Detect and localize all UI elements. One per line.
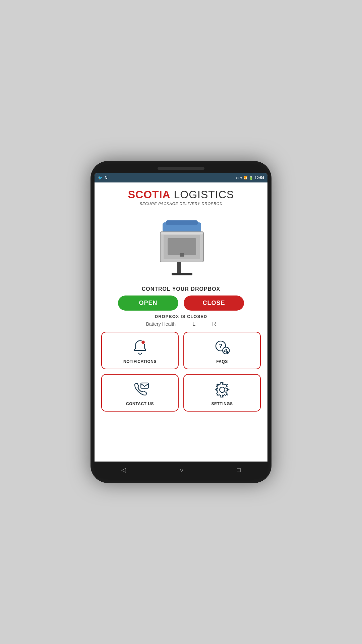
notifications-label: NOTIFICATIONS (123, 359, 157, 364)
brand-title: SCOTIA LOGISTICS (128, 189, 234, 201)
home-button[interactable]: ○ (173, 464, 190, 476)
recents-button[interactable]: □ (230, 464, 247, 476)
status-bar-left: 🐦 N (98, 175, 108, 180)
svg-point-14 (223, 350, 225, 352)
settings-card[interactable]: SETTINGS (183, 374, 261, 412)
faqs-card[interactable]: ? FAQS (183, 332, 261, 369)
bottom-nav: ◁ ○ □ (95, 462, 267, 478)
phone-device: 🐦 N ⊖ ▾ 📶 🔋 12:54 SCOTIA LOGISTICS SECUR… (90, 161, 272, 483)
left-battery-label: L (192, 321, 195, 327)
contact-label: CONTACT US (126, 401, 154, 406)
dropbox-status: DROPBOX IS CLOSED (155, 314, 207, 319)
dropbox-illustration (147, 213, 215, 280)
status-bar: 🐦 N ⊖ ▾ 📶 🔋 12:54 (95, 173, 267, 182)
do-not-disturb-icon: ⊖ (236, 176, 239, 180)
wifi-icon: ▾ (240, 176, 242, 180)
brand-title-red: SCOTIA (128, 189, 171, 201)
control-heading: CONTROL YOUR DROPBOX (142, 286, 221, 292)
brand-header: SCOTIA LOGISTICS SECURE PACKAGE DELIVERY… (128, 189, 234, 206)
faqs-label: FAQS (216, 359, 228, 364)
bell-icon (131, 338, 149, 357)
settings-label: SETTINGS (211, 401, 233, 406)
status-bar-right: ⊖ ▾ 📶 🔋 12:54 (236, 176, 264, 180)
open-button[interactable]: OPEN (118, 296, 178, 311)
n-icon: N (105, 175, 108, 180)
svg-text:?: ? (219, 343, 222, 350)
brand-subtitle: SECURE PACKAGE DELIVERY DROPBOX (128, 202, 234, 206)
menu-grid: NOTIFICATIONS ? FAQS (101, 332, 261, 412)
product-image (144, 210, 218, 283)
control-buttons: OPEN CLOSE (101, 296, 261, 311)
svg-rect-5 (168, 238, 196, 255)
signal-icon: 📶 (244, 176, 247, 179)
phone-notch (158, 167, 204, 170)
right-battery-label: R (212, 321, 216, 327)
twitter-icon: 🐦 (98, 176, 103, 180)
svg-rect-8 (172, 273, 192, 275)
battery-health-label: Battery Health (146, 321, 176, 327)
battery-row: Battery Health L R (146, 321, 216, 327)
gear-icon (213, 381, 231, 399)
brand-title-black: LOGISTICS (171, 189, 234, 201)
svg-rect-6 (180, 253, 184, 257)
question-icon: ? (213, 338, 231, 357)
svg-point-15 (225, 349, 227, 351)
back-button[interactable]: ◁ (115, 464, 133, 476)
status-time: 12:54 (255, 176, 264, 180)
svg-rect-1 (166, 220, 198, 225)
notifications-card[interactable]: NOTIFICATIONS (101, 332, 179, 369)
phone-screen: 🐦 N ⊖ ▾ 📶 🔋 12:54 SCOTIA LOGISTICS SECUR… (95, 173, 267, 478)
svg-point-18 (220, 387, 225, 392)
app-content: SCOTIA LOGISTICS SECURE PACKAGE DELIVERY… (95, 182, 267, 462)
battery-icon: 🔋 (249, 176, 253, 180)
svg-point-16 (226, 351, 228, 353)
svg-rect-17 (141, 383, 148, 388)
svg-rect-9 (161, 232, 203, 234)
contact-card[interactable]: CONTACT US (101, 374, 179, 412)
svg-rect-7 (177, 262, 181, 274)
phone-mail-icon (131, 381, 149, 399)
svg-point-10 (141, 340, 145, 344)
close-button[interactable]: CLOSE (184, 296, 244, 311)
